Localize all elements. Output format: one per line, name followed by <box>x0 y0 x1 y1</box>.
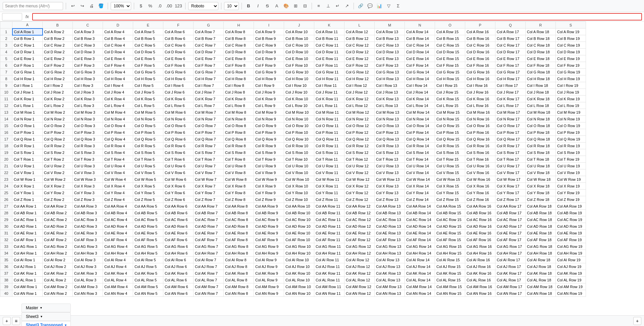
cell-G8[interactable]: Col H Row 7 <box>194 75 224 82</box>
cell-L27[interactable]: Col AA Row 12 <box>344 203 375 210</box>
cell-L22[interactable]: Col V Row 12 <box>344 169 375 176</box>
cell-I37[interactable]: Col AK Row 9 <box>254 270 284 277</box>
cell-M36[interactable]: Col AJ Row 13 <box>375 263 405 270</box>
cell-H34[interactable]: Col AH Row 8 <box>224 250 254 257</box>
cell-I10[interactable]: Col J Row 9 <box>254 89 284 96</box>
cell-B26[interactable]: Col Z Row 2 <box>43 196 73 203</box>
cell-G28[interactable]: Col AB Row 7 <box>194 210 224 216</box>
cell-L11[interactable]: Col K Row 12 <box>344 96 375 102</box>
cell-F10[interactable]: Col J Row 6 <box>163 89 194 96</box>
cell-F4[interactable]: Col D Row 6 <box>163 49 194 55</box>
cell-M26[interactable]: Col Z Row 13 <box>375 196 405 203</box>
cell-R23[interactable]: Col W Row 18 <box>526 176 556 183</box>
cell-C15[interactable]: Col O Row 3 <box>73 122 103 129</box>
cell-C19[interactable]: Col S Row 3 <box>73 149 103 156</box>
cell-Q38[interactable]: Col AL Row 17 <box>495 277 526 283</box>
cell-A10[interactable]: Col J Row 1 <box>12 89 43 96</box>
cell-I5[interactable]: Col E Row 9 <box>254 55 284 62</box>
cell-L36[interactable]: Col AJ Row 12 <box>344 263 375 270</box>
cell-M23[interactable]: Col W Row 13 <box>375 176 405 183</box>
cell-K7[interactable]: Col G Row 11 <box>314 69 344 75</box>
cell-N17[interactable]: Col Q Row 14 <box>405 136 435 143</box>
cell-C33[interactable]: Col AG Row 3 <box>73 243 103 250</box>
cell-A18[interactable]: Col R Row 1 <box>12 143 43 149</box>
cell-R20[interactable]: Col T Row 18 <box>526 156 556 163</box>
cell-N27[interactable]: Col AA Row 14 <box>405 203 435 210</box>
cell-B14[interactable]: Col N Row 2 <box>43 116 73 122</box>
cell-G14[interactable]: Col N Row 7 <box>194 116 224 122</box>
cell-E11[interactable]: Col K Row 5 <box>133 96 163 102</box>
font-size-select[interactable]: 10 <box>224 2 239 10</box>
cell-Q36[interactable]: Col AJ Row 17 <box>495 263 526 270</box>
cell-N5[interactable]: Col E Row 14 <box>405 55 435 62</box>
cell-S35[interactable]: Col AI Row 19 <box>556 257 586 263</box>
cell-F38[interactable]: Col AL Row 6 <box>163 277 194 283</box>
cell-J26[interactable]: Col Z Row 10 <box>284 196 314 203</box>
cell-N3[interactable]: Col C Row 14 <box>405 42 435 49</box>
cell-G26[interactable]: Col Z Row 7 <box>194 196 224 203</box>
cell-G5[interactable]: Col E Row 7 <box>194 55 224 62</box>
cell-O19[interactable]: Col S Row 15 <box>435 149 465 156</box>
cell-D27[interactable]: Col AA Row 4 <box>103 203 133 210</box>
cell-O15[interactable]: Col O Row 15 <box>435 122 465 129</box>
cell-A37[interactable]: Col AK Row 1 <box>12 270 43 277</box>
cell-I38[interactable]: Col AL Row 9 <box>254 277 284 283</box>
col-header-L[interactable]: L <box>344 22 375 29</box>
cell-N14[interactable]: Col N Row 14 <box>405 116 435 122</box>
cell-P35[interactable]: Col AI Row 16 <box>465 257 495 263</box>
cell-A12[interactable]: Col L Row 1 <box>12 102 43 109</box>
cell-S7[interactable]: Col G Row 19 <box>556 69 586 75</box>
cell-L40[interactable]: Col AN Row 12 <box>344 290 375 297</box>
cell-K17[interactable]: Col Q Row 11 <box>314 136 344 143</box>
cell-K32[interactable]: Col AF Row 11 <box>314 236 344 243</box>
cell-D4[interactable]: Col D Row 4 <box>103 49 133 55</box>
cell-A17[interactable]: Col Q Row 1 <box>12 136 43 143</box>
cell-F32[interactable]: Col AF Row 6 <box>163 236 194 243</box>
cell-H21[interactable]: Col U Row 8 <box>224 163 254 169</box>
cell-E28[interactable]: Col AB Row 5 <box>133 210 163 216</box>
cell-C1[interactable]: Col A Row 3 <box>73 29 103 35</box>
cell-Q9[interactable]: Col I Row 17 <box>495 82 526 89</box>
cell-J2[interactable]: Col B Row 10 <box>284 35 314 42</box>
cell-R2[interactable]: Col B Row 18 <box>526 35 556 42</box>
col-header-K[interactable]: K <box>314 22 344 29</box>
cell-A39[interactable]: Col AM Row 1 <box>12 283 43 290</box>
cell-F11[interactable]: Col K Row 6 <box>163 96 194 102</box>
cell-K26[interactable]: Col Z Row 11 <box>314 196 344 203</box>
cell-I13[interactable]: Col M Row 9 <box>254 109 284 116</box>
cell-A33[interactable]: Col AG Row 1 <box>12 243 43 250</box>
cell-R34[interactable]: Col AH Row 18 <box>526 250 556 257</box>
cell-G29[interactable]: Col AC Row 7 <box>194 216 224 223</box>
cell-N18[interactable]: Col R Row 14 <box>405 143 435 149</box>
cell-E17[interactable]: Col Q Row 5 <box>133 136 163 143</box>
cell-F25[interactable]: Col Y Row 6 <box>163 189 194 196</box>
cell-N25[interactable]: Col Y Row 14 <box>405 189 435 196</box>
cell-H4[interactable]: Col D Row 8 <box>224 49 254 55</box>
cell-G27[interactable]: Col AA Row 7 <box>194 203 224 210</box>
currency-button[interactable]: $ <box>137 2 145 10</box>
cell-G37[interactable]: Col AK Row 7 <box>194 270 224 277</box>
cell-reference-input[interactable]: A1 <box>2 13 22 20</box>
cell-A26[interactable]: Col Z Row 1 <box>12 196 43 203</box>
cell-S33[interactable]: Col AG Row 19 <box>556 243 586 250</box>
cell-D25[interactable]: Col Y Row 4 <box>103 189 133 196</box>
cell-O25[interactable]: Col Y Row 15 <box>435 189 465 196</box>
cell-P31[interactable]: Col AE Row 16 <box>465 230 495 236</box>
cell-B3[interactable]: Col C Row 2 <box>43 42 73 49</box>
formula-input[interactable]: =TRANSPOSE(Sheet3!A1:999) <box>32 13 642 20</box>
cell-B17[interactable]: Col Q Row 2 <box>43 136 73 143</box>
cell-D14[interactable]: Col N Row 4 <box>103 116 133 122</box>
cell-R15[interactable]: Col O Row 18 <box>526 122 556 129</box>
cell-F18[interactable]: Col R Row 6 <box>163 143 194 149</box>
cell-S40[interactable]: Col AN Row 19 <box>556 290 586 297</box>
cell-O10[interactable]: Col J Row 15 <box>435 89 465 96</box>
function-button[interactable]: Σ <box>394 2 402 10</box>
cell-L28[interactable]: Col AB Row 12 <box>344 210 375 216</box>
cell-E20[interactable]: Col T Row 5 <box>133 156 163 163</box>
cell-C37[interactable]: Col AK Row 3 <box>73 270 103 277</box>
cell-D5[interactable]: Col E Row 4 <box>103 55 133 62</box>
cell-L30[interactable]: Col AD Row 12 <box>344 223 375 230</box>
cell-G6[interactable]: Col F Row 7 <box>194 62 224 69</box>
cell-E38[interactable]: Col AL Row 5 <box>133 277 163 283</box>
cell-M40[interactable]: Col AN Row 13 <box>375 290 405 297</box>
